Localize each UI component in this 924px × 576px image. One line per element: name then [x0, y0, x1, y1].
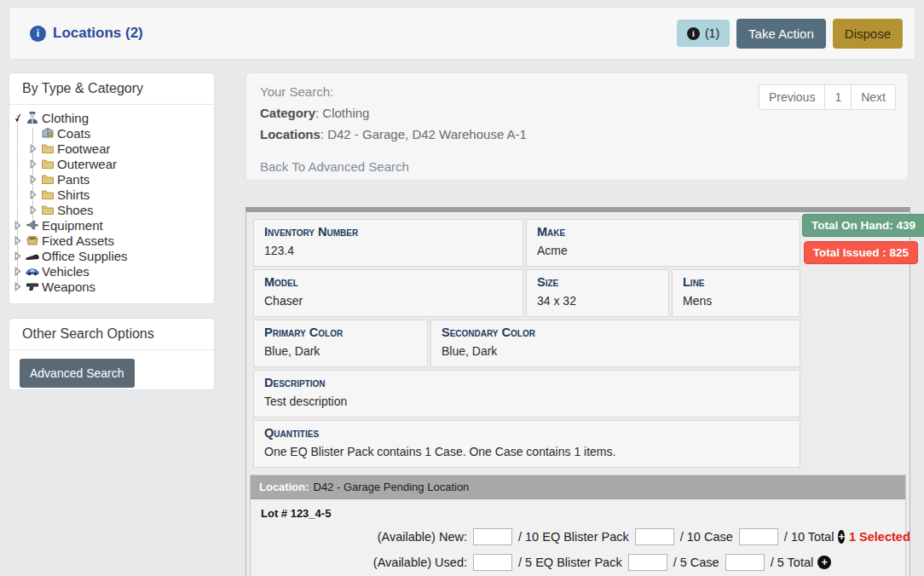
- jet-icon: [25, 218, 39, 232]
- header-title-group: i Locations (2): [30, 25, 143, 42]
- field-label: Size: [537, 274, 658, 290]
- tree-item-label: Outerwear: [57, 157, 117, 171]
- tree-item-label: Clothing: [42, 111, 89, 125]
- location-label: Location:: [259, 481, 309, 493]
- field-value: One EQ Blister Pack contains 1 Case. One…: [264, 444, 789, 459]
- dispose-button[interactable]: Dispose: [833, 19, 903, 49]
- field-value: Blue, Dark: [264, 343, 417, 359]
- new-case-input[interactable]: [739, 528, 778, 545]
- field-label: Make: [537, 224, 789, 239]
- used-blister-segment: / 5 EQ Blister Pack: [518, 556, 622, 569]
- coat-icon: [40, 126, 55, 140]
- add-new-selection-icon[interactable]: +: [838, 530, 845, 544]
- available-used-label: (Available) Used:: [372, 556, 467, 569]
- field-model: Model Chaser: [253, 269, 523, 317]
- new-case-segment: / 10 Case: [680, 530, 733, 544]
- category-value: : Clothing: [315, 106, 369, 120]
- category-tree: Clothing Coats Footwear Outerwear: [9, 105, 214, 294]
- other-search-panel: Other Search Options Advanced Search: [9, 318, 215, 390]
- expand-arrow-icon[interactable]: [13, 220, 23, 230]
- used-blister-input[interactable]: [628, 554, 667, 571]
- locations-value: : D42 - Garage, D42 Warehouse A-1: [321, 127, 527, 141]
- tree-item-coats[interactable]: Coats: [28, 125, 214, 141]
- page-title: Locations (2): [53, 25, 143, 42]
- collapse-arrow-icon[interactable]: [13, 112, 23, 123]
- expand-arrow-icon[interactable]: [28, 204, 38, 215]
- folder-icon: [40, 157, 55, 170]
- tree-item-label: Shirts: [57, 187, 90, 202]
- total-on-hand-badge: Total On Hand: 439: [802, 214, 924, 237]
- expand-arrow-icon[interactable]: [28, 158, 38, 169]
- page-number-button[interactable]: 1: [824, 84, 852, 110]
- location-body: Lot # 123_4-5 (Available) New: / 10 EQ B…: [251, 499, 905, 576]
- folder-icon: [40, 172, 55, 186]
- tree-item-weapons[interactable]: Weapons: [13, 279, 214, 294]
- tree-item-label: Footwear: [57, 141, 111, 156]
- location-header-bar: Location: D42 - Garage Pending Location: [251, 475, 905, 499]
- person-icon: [25, 111, 39, 124]
- folder-icon: [40, 141, 55, 155]
- tree-item-vehicles[interactable]: Vehicles: [13, 263, 214, 279]
- tree-item-pants[interactable]: Pants: [28, 171, 214, 187]
- field-value: Blue, Dark: [442, 343, 789, 359]
- field-label: Quantities: [264, 425, 789, 441]
- used-each-input[interactable]: [473, 554, 512, 571]
- info-icon: i: [30, 26, 46, 42]
- available-new-label: (Available) New:: [372, 530, 467, 544]
- tree-item-shoes[interactable]: Shoes: [28, 202, 214, 217]
- tree-item-equipment[interactable]: Equipment: [13, 217, 214, 233]
- tree-item-fixed-assets[interactable]: Fixed Assets: [13, 233, 214, 248]
- field-label: Description: [264, 375, 789, 390]
- expand-arrow-icon[interactable]: [13, 235, 23, 245]
- expand-arrow-icon[interactable]: [28, 174, 38, 184]
- gun-icon: [25, 279, 39, 293]
- advanced-search-button[interactable]: Advanced Search: [20, 359, 135, 388]
- available-new-row: (Available) New: / 10 EQ Blister Pack / …: [372, 527, 895, 545]
- add-used-selection-icon[interactable]: +: [817, 556, 831, 569]
- lot-number-label: Lot # 123_4-5: [261, 507, 895, 520]
- header-actions: i (1) Take Action Dispose: [677, 19, 903, 49]
- tree-item-label: Vehicles: [42, 264, 90, 279]
- field-label: Model: [264, 274, 512, 290]
- tree-item-clothing[interactable]: Clothing: [13, 110, 214, 125]
- search-summary-panel: Your Search: Category: Clothing Location…: [245, 72, 909, 181]
- used-case-input[interactable]: [725, 554, 765, 571]
- expand-arrow-icon[interactable]: [13, 251, 23, 261]
- tree-item-outerwear[interactable]: Outerwear: [28, 156, 214, 171]
- field-quantities: Quantities One EQ Blister Pack contains …: [253, 420, 800, 468]
- new-each-input[interactable]: [473, 528, 512, 545]
- take-action-button[interactable]: Take Action: [736, 19, 826, 49]
- tree-item-label: Coats: [57, 126, 90, 141]
- expand-arrow-icon[interactable]: [13, 281, 23, 291]
- tree-item-shirts[interactable]: Shirts: [28, 187, 214, 202]
- other-search-panel-title: Other Search Options: [9, 319, 214, 350]
- leaf-spacer: [28, 128, 38, 138]
- field-value: Chaser: [264, 293, 512, 308]
- field-label: Secondary Color: [442, 325, 789, 340]
- field-label: Primary Color: [264, 325, 417, 340]
- tree-item-label: Weapons: [42, 279, 95, 294]
- tree-item-label: Office Supplies: [42, 249, 128, 263]
- tree-item-footwear[interactable]: Footwear: [28, 141, 214, 156]
- tree-item-office-supplies[interactable]: Office Supplies: [13, 248, 214, 263]
- field-label: Line: [683, 274, 789, 290]
- selected-info-button[interactable]: i (1): [677, 20, 730, 47]
- previous-page-button[interactable]: Previous: [759, 84, 825, 110]
- locations-label: Locations: [260, 127, 321, 141]
- used-total-segment: / 5 Total: [771, 556, 814, 569]
- search-locations-line: Locations: D42 - Garage, D42 Warehouse A…: [260, 127, 894, 141]
- field-size: Size 34 x 32: [526, 269, 669, 317]
- field-row: Description Test description: [253, 370, 800, 418]
- folder-icon: [40, 203, 55, 216]
- next-page-button[interactable]: Next: [851, 84, 896, 110]
- expand-arrow-icon[interactable]: [13, 266, 23, 276]
- field-value: Test description: [264, 394, 789, 409]
- new-blister-input[interactable]: [635, 528, 674, 545]
- info-badge-icon: i: [687, 27, 700, 40]
- field-description: Description Test description: [253, 370, 800, 418]
- expand-arrow-icon[interactable]: [28, 143, 38, 153]
- back-to-advanced-search-link[interactable]: Back To Advanced Search: [260, 159, 409, 174]
- box-icon: [25, 233, 39, 247]
- expand-arrow-icon[interactable]: [28, 189, 38, 199]
- field-value: Mens: [683, 293, 789, 308]
